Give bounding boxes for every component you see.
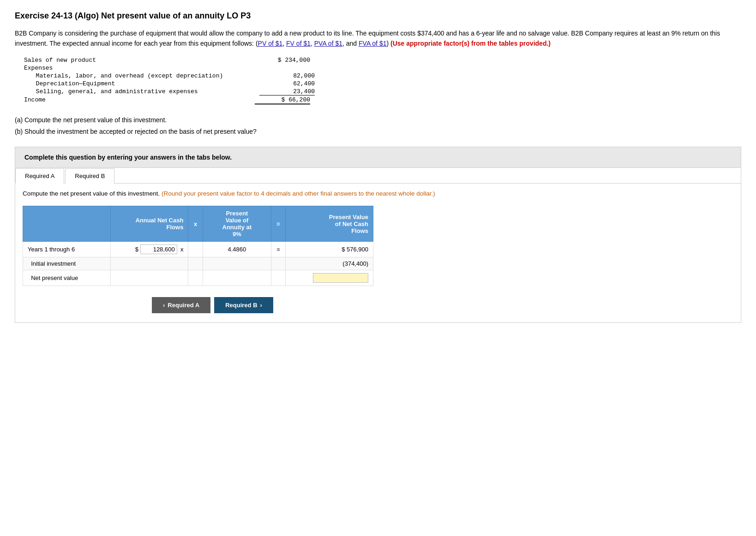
fv-link[interactable]: FV of $1 <box>286 40 311 47</box>
header-col1 <box>23 206 111 242</box>
table-row-initial: Initial investment (374,400) <box>23 257 373 270</box>
row-years-x <box>188 242 203 257</box>
header-pv-annuity: PresentValue ofAnnuity at9% <box>203 206 271 242</box>
row-npv-x <box>188 270 203 286</box>
row-npv-pvncf <box>286 270 373 286</box>
income-statement: Sales of new product $ 234,000 Expenses … <box>24 56 741 105</box>
annual-cash-flow-input[interactable] <box>140 244 177 254</box>
prev-icon: ‹ <box>163 302 165 309</box>
tab-required-a[interactable]: Required A <box>15 168 64 184</box>
exercise-title: Exercise 24-13 (Algo) Net present value … <box>15 11 741 21</box>
header-pv-net-cash-flows: Present Valueof Net CashFlows <box>286 206 373 242</box>
next-button[interactable]: Required B › <box>214 297 273 313</box>
row-npv-label: Net present value <box>23 270 111 286</box>
income-row-depreciation: Depreciation—Equipment 62,400 <box>29 80 315 88</box>
description-paragraph: B2B Company is considering the purchase … <box>15 28 741 49</box>
nav-buttons: ‹ Required A Required B › <box>152 297 733 313</box>
tabs-container: Required A Required B Compute the net pr… <box>15 168 741 323</box>
income-row-selling: Selling, general, and administrative exp… <box>29 88 315 96</box>
pva-link[interactable]: PVA of $1 <box>314 40 342 47</box>
fva-link[interactable]: FVA of $1 <box>359 40 386 47</box>
next-icon: › <box>260 302 262 309</box>
income-row-expenses-header: Expenses <box>24 64 310 72</box>
row-initial-annual <box>110 257 188 270</box>
tabs-header: Required A Required B <box>15 168 741 184</box>
questions-section: (a) Compute the net present value of thi… <box>15 114 741 137</box>
complete-box: Complete this question by entering your … <box>15 147 741 168</box>
row-years-annual: $ x <box>110 242 188 257</box>
tab-instruction-main: Compute the net present value of this in… <box>23 190 160 197</box>
table-row-npv: Net present value <box>23 270 373 286</box>
question-b: (b) Should the investment be accepted or… <box>15 126 741 137</box>
tab-content-required-a: Compute the net present value of this in… <box>15 184 741 322</box>
row-initial-x <box>188 257 203 270</box>
tab-required-b[interactable]: Required B <box>65 168 114 184</box>
row-years-label: Years 1 through 6 <box>23 242 111 257</box>
header-annual-net-cash-flows: Annual Net CashFlows <box>110 206 188 242</box>
row-initial-pvncf: (374,400) <box>286 257 373 270</box>
next-label: Required B <box>225 302 257 309</box>
prev-button[interactable]: ‹ Required A <box>152 297 210 313</box>
question-a: (a) Compute the net present value of thi… <box>15 114 741 126</box>
bold-red-text: (Use appropriate factor(s) from the tabl… <box>390 40 551 47</box>
net-present-value-input[interactable] <box>313 273 368 283</box>
row-npv-pv <box>203 270 271 286</box>
income-row-income: Income $ 66,200 <box>24 96 310 105</box>
income-row-materials: Materials, labor, and overhead (except d… <box>29 72 315 80</box>
tab-instruction-orange: (Round your present value factor to 4 de… <box>162 190 435 197</box>
npv-table: Annual Net CashFlows x PresentValue ofAn… <box>23 206 373 286</box>
row-years-pvncf: $ 576,900 <box>286 242 373 257</box>
header-equals: = <box>271 206 286 242</box>
row-initial-eq <box>271 257 286 270</box>
table-row-years: Years 1 through 6 $ x 4.4860 = $ 576,900 <box>23 242 373 257</box>
row-years-eq: = <box>271 242 286 257</box>
row-npv-annual <box>110 270 188 286</box>
tab-instruction: Compute the net present value of this in… <box>23 189 733 198</box>
row-initial-label: Initial investment <box>23 257 111 270</box>
data-table-wrapper: Annual Net CashFlows x PresentValue ofAn… <box>23 206 733 286</box>
header-multiplier: x <box>188 206 203 242</box>
row-years-pv-factor: 4.4860 <box>203 242 271 257</box>
prev-label: Required A <box>168 302 199 309</box>
row-npv-eq <box>271 270 286 286</box>
pv-link[interactable]: PV of $1 <box>258 40 283 47</box>
row-initial-pv <box>203 257 271 270</box>
income-row-sales: Sales of new product $ 234,000 <box>24 56 310 64</box>
